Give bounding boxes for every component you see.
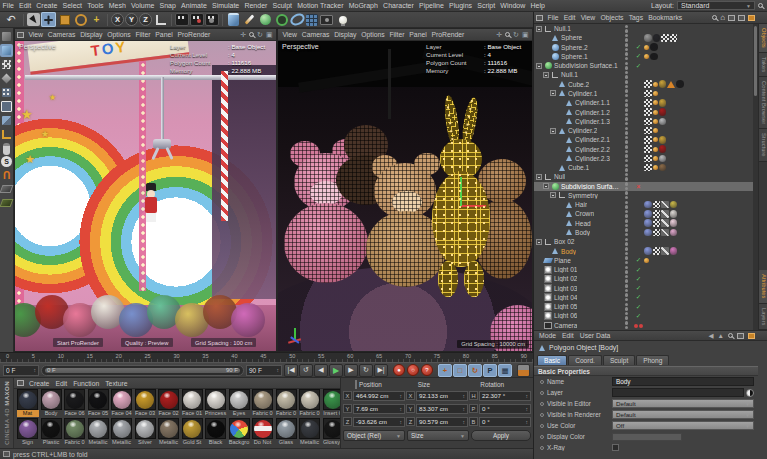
frame-range-slider[interactable]: 0 F 90 F (41, 365, 244, 376)
material-tag-icon[interactable] (644, 45, 649, 50)
tree-row-sphere[interactable]: Sphere (534, 33, 753, 42)
menu-item-user-data[interactable]: User Data (577, 332, 614, 339)
menu-item-edit[interactable]: Edit (16, 2, 33, 9)
material-tag-icon[interactable] (653, 147, 658, 152)
enable-axis-icon[interactable] (0, 128, 13, 141)
menu-item-character[interactable]: Character (380, 2, 416, 9)
menu-item-edit[interactable]: Edit (561, 14, 578, 21)
material-tag-icon[interactable] (670, 219, 678, 227)
generators-icon[interactable] (258, 12, 273, 27)
material-insert-c[interactable]: Insert C (322, 389, 341, 418)
layout-dropdown[interactable]: Standard ▼ (677, 1, 755, 10)
tree-row-cylinder-1-1[interactable]: Cylinder.1.1 (534, 98, 753, 107)
record-pla-icon[interactable]: ▦ (498, 364, 512, 377)
primitive-cube-icon[interactable] (226, 12, 241, 27)
material-tag-icon[interactable] (661, 201, 669, 209)
dock-tab-layers[interactable]: Layers (759, 304, 767, 330)
goto-end-icon[interactable]: ▶| (374, 364, 388, 377)
material-tag-icon[interactable] (644, 145, 652, 153)
expander-icon[interactable] (550, 128, 556, 134)
polygons-mode-icon[interactable] (0, 114, 13, 127)
tab-phong[interactable]: Phong (636, 355, 669, 365)
menu-item-create[interactable]: Create (26, 380, 52, 387)
tree-row-sphere-2[interactable]: Sphere.2✓ (534, 43, 753, 52)
menu-item-options[interactable]: Options (359, 31, 387, 38)
tree-row-plane[interactable]: Plane✓ (534, 256, 753, 265)
menu-item-prorender[interactable]: ProRender (429, 31, 467, 38)
zoom-view-icon[interactable] (504, 31, 512, 38)
tree-row-cube-2[interactable]: Cube.2 (534, 80, 753, 89)
dock-tab-content-browser[interactable]: Content Browser (759, 77, 767, 129)
visibility-toggles[interactable] (620, 182, 633, 190)
material-tag-icon[interactable] (667, 81, 675, 88)
texture-mode-icon[interactable] (0, 58, 13, 71)
tag-cell[interactable]: ✓ (633, 284, 644, 292)
stepper-icon[interactable]: ↕ (463, 406, 466, 412)
visibility-toggles[interactable] (620, 108, 633, 116)
animation-dot-icon[interactable] (540, 380, 544, 384)
locked-workplane-icon[interactable] (0, 196, 13, 209)
animation-dot-icon[interactable] (540, 446, 544, 450)
current-frame-field[interactable]: 0 F↕ (3, 365, 39, 376)
menu-item-pipeline[interactable]: Pipeline (416, 2, 446, 9)
undo-icon[interactable]: ↶ (2, 12, 20, 27)
magnet-icon[interactable]: U (0, 168, 13, 181)
material-tag-icon[interactable] (653, 165, 658, 170)
visibility-toggles[interactable] (620, 201, 633, 209)
panel-icon[interactable] (17, 380, 24, 386)
material-tag-icon[interactable] (670, 210, 678, 218)
visibility-toggles[interactable] (620, 321, 633, 329)
visibility-toggles[interactable] (620, 80, 633, 88)
tag-cell[interactable]: ✓ (633, 275, 644, 283)
menu-item-display[interactable]: Display (332, 31, 359, 38)
tree-row-cylinder-2-2[interactable]: Cylinder.2.2 (534, 144, 753, 153)
material-fabric-0[interactable]: Fabric 0 (275, 389, 298, 418)
record-position-icon[interactable]: + (438, 364, 452, 377)
expander-icon[interactable] (536, 26, 542, 32)
visibility-toggles[interactable] (620, 99, 633, 107)
material-tag-icon[interactable] (670, 247, 678, 255)
material-tag-icon[interactable] (653, 201, 661, 209)
material-tag-icon[interactable] (670, 34, 678, 42)
pan-view-icon[interactable]: ✛ (495, 31, 504, 39)
layer-browser-icon[interactable] (746, 389, 754, 397)
tree-row-null[interactable]: Null (534, 172, 753, 181)
visibility-toggles[interactable] (620, 284, 633, 292)
material-metallic[interactable]: Metallic (87, 418, 110, 447)
menu-item-tools[interactable]: Tools (85, 2, 107, 9)
menu-item-animate[interactable]: Animate (179, 2, 210, 9)
material-tag-icon[interactable] (653, 82, 658, 87)
material-tag-icon[interactable] (661, 229, 669, 237)
material-tag-icon[interactable] (653, 110, 658, 115)
stepper-icon[interactable]: ↕ (400, 393, 403, 399)
tag-cell[interactable]: ✓ (633, 52, 644, 60)
tree-row-camera[interactable]: Camera (534, 321, 753, 330)
mograph-icon[interactable] (306, 14, 318, 26)
tree-row-light-05[interactable]: Light 05✓ (534, 302, 753, 311)
material-face-04[interactable]: Face 04 (110, 389, 133, 418)
visibility-toggles[interactable] (620, 238, 633, 246)
animation-dot-icon[interactable] (540, 391, 544, 395)
material-tag-icon[interactable] (659, 136, 667, 144)
record-rotation-icon[interactable]: ↻ (468, 364, 482, 377)
path-bar-icon[interactable] (738, 15, 745, 21)
material-tag-icon[interactable] (644, 164, 652, 172)
live-selection-icon[interactable] (27, 13, 40, 26)
material-tag-icon[interactable] (670, 229, 678, 237)
material-tag-icon[interactable] (644, 54, 649, 59)
animation-dot-icon[interactable] (540, 402, 544, 406)
visibility-toggles[interactable] (620, 219, 633, 227)
material-tag-icon[interactable] (653, 247, 661, 255)
visibility-toggles[interactable] (620, 228, 633, 236)
tree-row-symmetry[interactable]: Symmetry (534, 191, 753, 200)
tab-coord[interactable]: Coord. (568, 355, 602, 365)
material-tag-icon[interactable] (644, 127, 652, 135)
tree-row-crown[interactable]: Crown (534, 209, 753, 218)
up-arrow-icon[interactable]: ▲ (718, 332, 724, 339)
visibility-toggles[interactable] (620, 256, 633, 264)
stepper-icon[interactable]: ↕ (526, 419, 529, 425)
menu-item-plugins[interactable]: Plugins (447, 2, 475, 9)
stepper-icon[interactable]: ↕ (463, 393, 466, 399)
material-tag-icon[interactable] (659, 145, 667, 153)
tree-row-light-06[interactable]: Light 06✓ (534, 311, 753, 320)
